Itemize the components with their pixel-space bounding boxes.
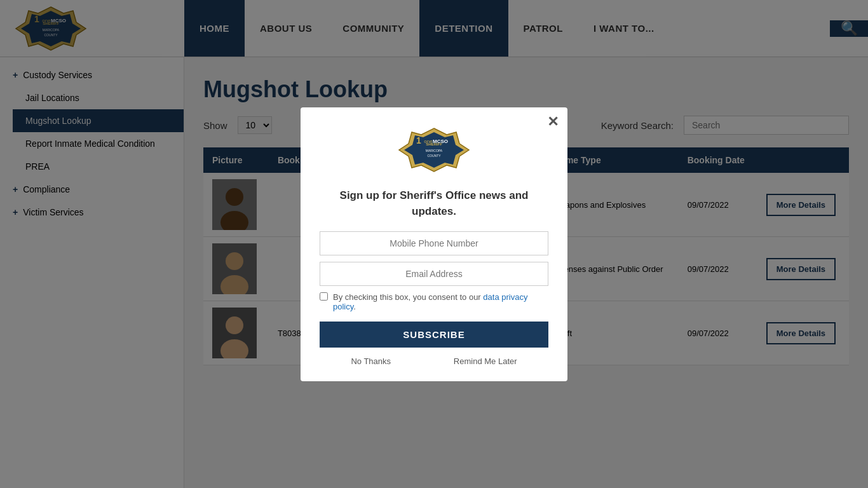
svg-text:COUNTY: COUNTY: [427, 154, 441, 158]
modal-box: ✕ SHERIFF MARICOPA COUNTY 1 one MCSO Sig…: [301, 107, 567, 381]
modal-title: Sign up for Sheriff's Office news and up…: [320, 187, 548, 220]
no-thanks-link[interactable]: No Thanks: [351, 356, 391, 366]
svg-text:1: 1: [416, 135, 421, 146]
modal-consent-text: By checking this box, you consent to our…: [333, 292, 548, 311]
modal-phone-input[interactable]: [320, 231, 548, 255]
modal-bottom-links: No Thanks Remind Me Later: [320, 356, 548, 366]
modal-overlay: ✕ SHERIFF MARICOPA COUNTY 1 one MCSO Sig…: [0, 0, 868, 488]
modal-consent-row: By checking this box, you consent to our…: [320, 292, 548, 311]
svg-text:MARICOPA: MARICOPA: [426, 149, 443, 152]
modal-close-button[interactable]: ✕: [547, 115, 559, 129]
remind-later-link[interactable]: Remind Me Later: [454, 356, 517, 366]
modal-logo: SHERIFF MARICOPA COUNTY 1 one MCSO: [396, 126, 472, 177]
modal-email-input[interactable]: [320, 262, 548, 286]
svg-text:MCSO: MCSO: [433, 139, 448, 144]
modal-subscribe-button[interactable]: SUBSCRIBE: [320, 322, 548, 348]
svg-text:one: one: [424, 139, 433, 144]
modal-consent-checkbox[interactable]: [320, 292, 328, 301]
